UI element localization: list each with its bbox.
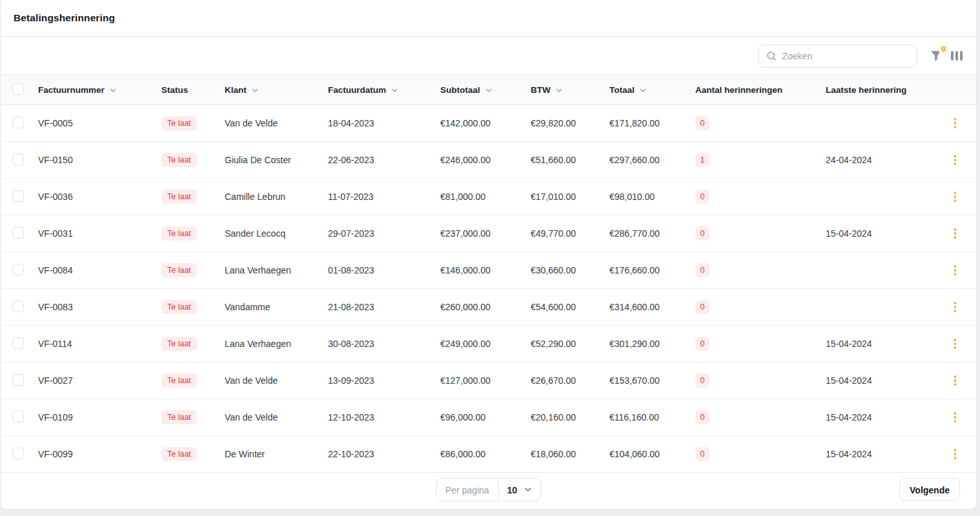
row-actions-button[interactable] — [952, 336, 959, 352]
client-cell: Sander Lecocq — [225, 228, 328, 239]
column-header-status: Status — [161, 85, 225, 95]
status-cell: Te laat — [161, 226, 225, 241]
client-cell: Camille Lebrun — [225, 192, 328, 202]
reminder-count-badge: 0 — [695, 226, 709, 241]
next-page-button[interactable]: Volgende — [899, 479, 960, 501]
row-select-cell — [12, 227, 38, 241]
search-icon — [766, 51, 777, 61]
row-checkbox[interactable] — [12, 301, 24, 312]
columns-button[interactable] — [951, 51, 963, 61]
row-select-cell — [12, 154, 38, 167]
row-checkbox[interactable] — [12, 448, 24, 459]
client-name: Van de Velde — [225, 118, 278, 128]
reminder-count-badge: 0 — [695, 410, 709, 424]
subtotal-value: €81,000.00 — [440, 192, 485, 202]
status-badge: Te laat — [161, 263, 197, 277]
status-badge: Te laat — [161, 373, 197, 388]
btw-value: €26,670.00 — [531, 375, 576, 386]
date-cell: 22-10-2023 — [328, 449, 440, 459]
last-reminder-cell: 15-04-2024 — [826, 339, 943, 349]
subtotal-cell: €246,000.00 — [440, 155, 531, 165]
table-row: VF-0027Te laatVan de Velde13-09-2023€127… — [1, 362, 976, 399]
title-bar: Betalingsherinnering — [1, 0, 976, 37]
row-checkbox[interactable] — [12, 227, 24, 239]
date-cell: 22-06-2023 — [328, 155, 440, 165]
actions-cell — [943, 263, 976, 278]
per-page-control: Per pagina 10 — [436, 478, 541, 502]
column-header-klant[interactable]: Klant — [225, 85, 328, 95]
column-header-subtotaal[interactable]: Subtotaal — [440, 85, 531, 95]
invoice-date: 13-09-2023 — [328, 375, 374, 386]
row-checkbox[interactable] — [12, 264, 24, 275]
row-actions-button[interactable] — [952, 152, 959, 168]
last-reminder-date: 15-04-2024 — [826, 339, 872, 349]
row-checkbox[interactable] — [12, 190, 24, 202]
total-value: €314,600.00 — [609, 302, 660, 312]
column-header-totaal[interactable]: Totaal — [609, 85, 695, 95]
btw-cell: €51,660.00 — [531, 155, 609, 165]
btw-cell: €20,160.00 — [531, 412, 609, 422]
btw-value: €51,660.00 — [531, 155, 576, 165]
filter-button[interactable]: 0 — [930, 50, 942, 61]
client-name: De Winter — [225, 449, 265, 459]
total-cell: €104,060.00 — [609, 449, 695, 459]
last-reminder-cell: 15-04-2024 — [826, 228, 943, 239]
row-actions-button[interactable] — [952, 115, 959, 131]
row-checkbox[interactable] — [12, 337, 24, 349]
row-checkbox[interactable] — [12, 374, 24, 386]
table-row: VF-0031Te laatSander Lecocq29-07-2023€23… — [1, 215, 976, 252]
total-value: €171,820.00 — [609, 118, 660, 128]
row-select-cell — [12, 190, 38, 204]
invoice-date: 22-06-2023 — [328, 155, 374, 165]
row-actions-button[interactable] — [952, 373, 959, 388]
row-actions-button[interactable] — [952, 226, 959, 241]
invoice-cell: VF-0150 — [38, 155, 161, 165]
subtotal-value: €142,000.00 — [440, 118, 491, 128]
per-page-select[interactable]: 10 — [499, 484, 541, 495]
table-row: VF-0005Te laatVan de Velde18-04-2023€142… — [1, 105, 976, 142]
select-all-checkbox[interactable] — [12, 83, 24, 95]
subtotal-cell: €260,000.00 — [440, 302, 531, 312]
date-cell: 30-08-2023 — [328, 339, 440, 349]
subtotal-cell: €96,000.00 — [440, 412, 531, 422]
column-header-btw[interactable]: BTW — [531, 85, 609, 95]
column-header-factuurnummer[interactable]: Factuurnummer — [38, 85, 161, 95]
reminder-count-badge: 1 — [695, 153, 709, 167]
row-actions-button[interactable] — [952, 263, 959, 278]
total-value: €176,660.00 — [609, 265, 660, 275]
actions-cell — [943, 189, 976, 204]
date-cell: 18-04-2023 — [328, 118, 440, 128]
reminders-cell: 0 — [695, 116, 826, 130]
date-cell: 11-07-2023 — [328, 192, 440, 202]
row-checkbox[interactable] — [12, 411, 24, 422]
status-cell: Te laat — [161, 410, 225, 424]
table-row: VF-0109Te laatVan de Velde12-10-2023€96,… — [1, 399, 976, 436]
total-value: €98,010.00 — [609, 192, 655, 202]
row-checkbox[interactable] — [12, 154, 24, 165]
chevron-down-icon — [524, 486, 532, 494]
row-checkbox[interactable] — [12, 117, 24, 128]
row-actions-button[interactable] — [952, 446, 959, 462]
last-reminder-cell: 24-04-2024 — [826, 155, 943, 165]
column-header-factuurdatum[interactable]: Factuurdatum — [328, 85, 440, 95]
last-reminder-date: 15-04-2024 — [826, 449, 872, 459]
row-actions-button[interactable] — [952, 189, 959, 204]
sort-chevron-icon — [555, 86, 564, 95]
row-actions-button[interactable] — [952, 410, 959, 425]
search-box[interactable] — [758, 45, 917, 68]
actions-cell — [943, 446, 976, 462]
btw-cell: €26,670.00 — [531, 375, 609, 386]
reminders-cell: 0 — [695, 373, 826, 388]
status-cell: Te laat — [161, 373, 225, 388]
total-cell: €301,290.00 — [609, 339, 695, 349]
column-label: Subtotaal — [440, 85, 480, 95]
row-actions-button[interactable] — [952, 299, 959, 315]
subtotal-value: €146,000.00 — [440, 265, 491, 275]
actions-cell — [943, 299, 976, 315]
invoice-number: VF-0150 — [38, 155, 73, 165]
search-input[interactable] — [782, 51, 909, 61]
btw-value: €17,010.00 — [531, 192, 576, 202]
invoice-cell: VF-0036 — [38, 192, 161, 202]
column-label: Factuurnummer — [38, 85, 105, 95]
column-header-laatste-herinnering: Laatste herinnering — [826, 85, 943, 95]
